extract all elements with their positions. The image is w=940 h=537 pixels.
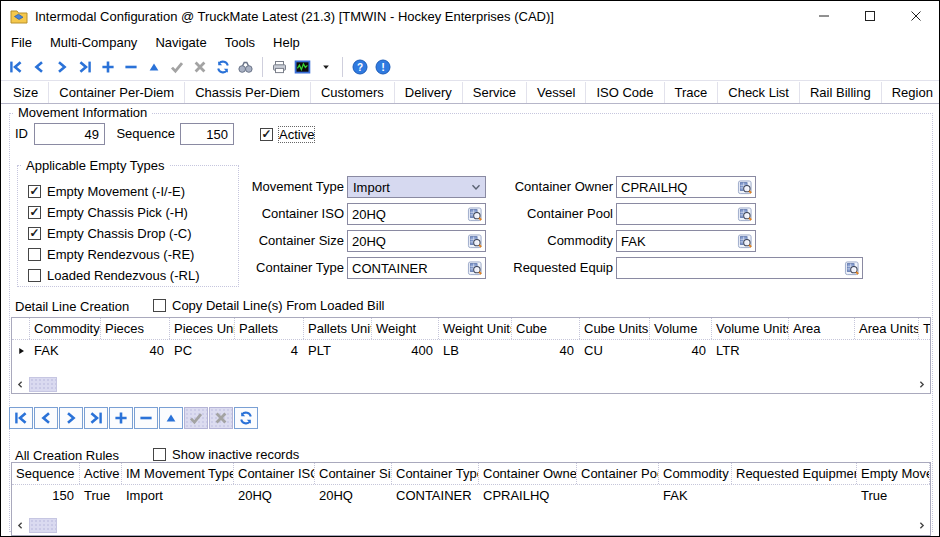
nav-prior-record-button[interactable] <box>34 407 58 429</box>
column-header-pallets[interactable]: Pallets <box>235 318 304 339</box>
tab-trace[interactable]: Trace <box>665 82 719 103</box>
column-header-empty-mover[interactable]: Empty Mover <box>857 463 930 484</box>
info-button[interactable]: ! <box>371 55 394 78</box>
tab-size[interactable]: Size <box>3 82 49 103</box>
tab-vessel[interactable]: Vessel <box>527 82 586 103</box>
nav-insert-record-button[interactable] <box>109 407 133 429</box>
copy-detail-lines-checkbox[interactable] <box>153 299 166 312</box>
grid-row[interactable]: 150TrueImport20HQ20HQCONTAINERCPRAILHQFA… <box>12 485 930 506</box>
column-header-pallets-units[interactable]: Pallets Units <box>304 318 372 339</box>
insert-record-button[interactable] <box>96 55 119 78</box>
container-owner-field[interactable]: CPRAILHQ <box>616 176 756 198</box>
menu-help[interactable]: Help <box>264 33 309 52</box>
nav-next-record-button[interactable] <box>59 407 83 429</box>
help-button[interactable]: ? <box>348 55 371 78</box>
print-button[interactable] <box>268 55 291 78</box>
menu-file[interactable]: File <box>2 33 41 52</box>
tab-iso-code[interactable]: ISO Code <box>586 82 664 103</box>
active-checkbox[interactable] <box>260 128 273 141</box>
column-header-volume[interactable]: Volume <box>650 318 712 339</box>
id-field[interactable]: 49 <box>34 123 105 145</box>
trace-monitor-dropdown-button[interactable] <box>314 55 337 78</box>
tab-chassis-per-diem[interactable]: Chassis Per-Diem <box>185 82 311 103</box>
container-type-lookup-button[interactable] <box>466 260 483 277</box>
tab-container-per-diem[interactable]: Container Per-Diem <box>49 82 185 103</box>
grid-row[interactable]: FAK40PC4PLT400LB40CU40LTR <box>12 340 930 361</box>
column-header-pieces[interactable]: Pieces <box>101 318 170 339</box>
trace-monitor-button[interactable] <box>291 55 314 78</box>
container-pool-field[interactable] <box>616 203 756 225</box>
column-header-pieces-units[interactable]: Pieces Units <box>170 318 235 339</box>
minimize-button[interactable] <box>801 1 847 31</box>
column-header-weight[interactable]: Weight <box>372 318 439 339</box>
menu-navigate[interactable]: Navigate <box>146 33 215 52</box>
maximize-button[interactable] <box>847 1 893 31</box>
requested-equip-lookup-button[interactable] <box>843 260 860 277</box>
show-inactive-checkbox[interactable] <box>153 448 166 461</box>
edit-record-button[interactable] <box>142 55 165 78</box>
container-size-lookup-button[interactable] <box>466 233 483 250</box>
empty-chassis-pick-h-checkbox[interactable] <box>28 206 41 219</box>
nav-post-edit-button[interactable] <box>184 407 208 429</box>
nav-refresh-button[interactable] <box>234 407 258 429</box>
nav-edit-record-button[interactable] <box>159 407 183 429</box>
container-size-field[interactable]: 20HQ <box>347 230 486 252</box>
column-header-ter[interactable]: Ter <box>919 318 931 339</box>
column-header-area[interactable]: Area <box>789 318 855 339</box>
post-edit-button[interactable] <box>165 55 188 78</box>
nav-first-record-button[interactable] <box>9 407 33 429</box>
first-record-button[interactable] <box>4 55 27 78</box>
last-record-button[interactable] <box>73 55 96 78</box>
nav-last-record-button[interactable] <box>84 407 108 429</box>
column-header-weight-units[interactable]: Weight Units <box>439 318 512 339</box>
search-button[interactable] <box>234 55 257 78</box>
scroll-right-button[interactable] <box>913 377 930 393</box>
column-header-container-type[interactable]: Container Type <box>392 463 479 484</box>
column-header-requested-equipment[interactable]: Requested Equipment <box>732 463 857 484</box>
column-header-container-size[interactable]: Container Size <box>315 463 392 484</box>
tab-check-list[interactable]: Check List <box>718 82 800 103</box>
close-button[interactable] <box>893 1 939 31</box>
cancel-edit-button[interactable] <box>188 55 211 78</box>
column-header-sequence[interactable]: Sequence <box>12 463 80 484</box>
column-header-active[interactable]: Active <box>80 463 122 484</box>
column-header-im-movement-type[interactable]: IM Movement Type <box>122 463 234 484</box>
column-header-area-units[interactable]: Area Units <box>855 318 919 339</box>
empty-rendezvous-re-checkbox[interactable] <box>28 248 41 261</box>
tab-rail-billing[interactable]: Rail Billing <box>800 82 882 103</box>
container-iso-field[interactable]: 20HQ <box>347 203 486 225</box>
menu-multi-company[interactable]: Multi-Company <box>41 33 146 52</box>
requested-equip-field[interactable] <box>616 257 863 279</box>
column-header-commodity[interactable]: Commodity <box>30 318 101 339</box>
tab-customers[interactable]: Customers <box>311 82 395 103</box>
commodity-field[interactable]: FAK <box>616 230 756 252</box>
column-header-cube[interactable]: Cube <box>512 318 580 339</box>
prior-record-button[interactable] <box>27 55 50 78</box>
loaded-rendezvous-rl-checkbox[interactable] <box>28 269 41 282</box>
tab-service[interactable]: Service <box>463 82 527 103</box>
container-type-field[interactable]: CONTAINER <box>347 257 486 279</box>
scrollbar-thumb[interactable] <box>29 518 57 533</box>
nav-delete-record-button[interactable] <box>134 407 158 429</box>
scroll-right-button[interactable] <box>913 518 930 534</box>
scroll-left-button[interactable] <box>12 518 29 534</box>
column-header-volume-units[interactable]: Volume Units <box>712 318 789 339</box>
movement-type-select[interactable]: Import <box>347 176 486 198</box>
column-header-cube-units[interactable]: Cube Units <box>580 318 650 339</box>
empty-chassis-drop-c-checkbox[interactable] <box>28 227 41 240</box>
container-pool-lookup-button[interactable] <box>736 206 753 223</box>
refresh-button[interactable] <box>211 55 234 78</box>
column-header-container-owner[interactable]: Container Owner <box>479 463 577 484</box>
column-header-commodity[interactable]: Commodity <box>659 463 732 484</box>
delete-record-button[interactable] <box>119 55 142 78</box>
empty-movement-i-e-checkbox[interactable] <box>28 185 41 198</box>
scroll-left-button[interactable] <box>12 377 29 393</box>
column-header-container-pool[interactable]: Container Pool <box>577 463 659 484</box>
next-record-button[interactable] <box>50 55 73 78</box>
container-iso-lookup-button[interactable] <box>466 206 483 223</box>
nav-cancel-edit-button[interactable] <box>209 407 233 429</box>
tab-region[interactable]: Region <box>882 82 940 103</box>
menu-tools[interactable]: Tools <box>216 33 264 52</box>
commodity-lookup-button[interactable] <box>736 233 753 250</box>
tab-delivery[interactable]: Delivery <box>395 82 463 103</box>
